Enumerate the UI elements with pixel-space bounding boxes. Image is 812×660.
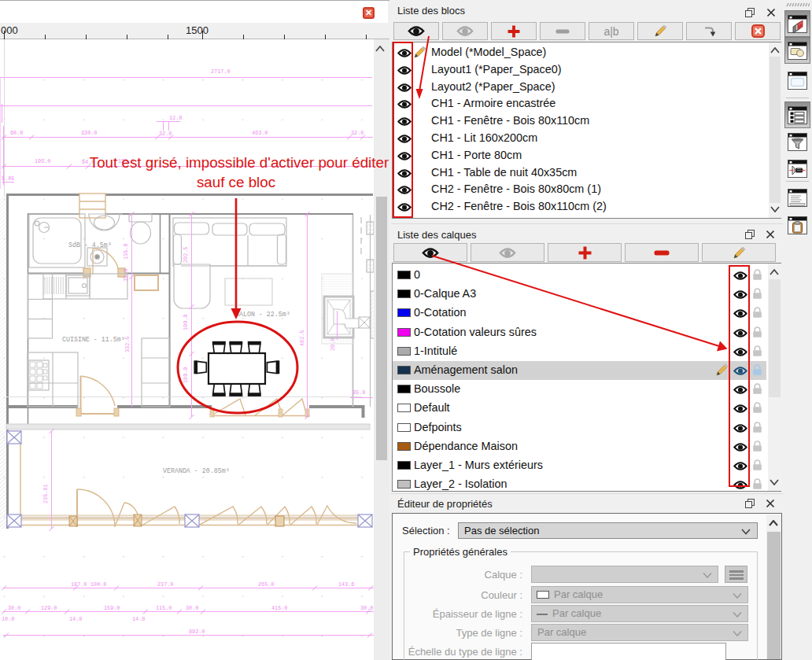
svg-text:SALON - 22.5m³: SALON - 22.5m³	[235, 311, 290, 318]
svg-text:135.0: 135.0	[123, 244, 129, 260]
svg-text:CUISINE - 11.5m³: CUISINE - 11.5m³	[62, 336, 125, 343]
svg-text:195.0: 195.0	[35, 158, 50, 164]
svg-text:892.0: 892.0	[189, 629, 205, 635]
svg-text:35.0: 35.0	[352, 389, 365, 396]
svg-text:14.0: 14.0	[69, 616, 82, 622]
svg-text:VERANDA - 20.85m³: VERANDA - 20.85m³	[163, 467, 230, 474]
svg-text:332.5: 332.5	[124, 337, 131, 352]
svg-text:5.05: 5.05	[2, 175, 14, 182]
svg-text:32.0: 32.0	[351, 130, 364, 136]
svg-text:20.0: 20.0	[330, 338, 336, 351]
svg-text:482.5: 482.5	[299, 330, 305, 346]
svg-text:30.0: 30.0	[186, 605, 198, 611]
svg-text:SdB - 4.5m³: SdB - 4.5m³	[68, 242, 112, 249]
svg-text:14.0: 14.0	[132, 616, 145, 622]
svg-text:330.0: 330.0	[81, 130, 97, 136]
svg-text:32.0: 32.0	[159, 131, 172, 137]
svg-text:64.0: 64.0	[82, 159, 94, 165]
svg-text:30.0: 30.0	[360, 605, 373, 611]
svg-text:463.0: 463.0	[252, 130, 268, 136]
svg-text:30.0: 30.0	[8, 605, 20, 611]
svg-text:10.0: 10.0	[2, 616, 14, 622]
svg-text:265.0: 265.0	[258, 581, 274, 588]
svg-text:12.0: 12.0	[169, 115, 182, 121]
svg-text:415.0: 415.0	[271, 605, 287, 611]
svg-text:2717.0: 2717.0	[211, 68, 230, 75]
svg-text:100.0: 100.0	[90, 581, 106, 588]
svg-text:143.6: 143.6	[338, 581, 354, 588]
svg-text:237.0: 237.0	[157, 581, 173, 588]
svg-text:60.0: 60.0	[10, 130, 23, 136]
svg-text:159.0: 159.0	[104, 605, 120, 611]
svg-text:187.0: 187.0	[71, 581, 87, 588]
svg-text:202.5: 202.5	[183, 247, 189, 263]
svg-text:180.0: 180.0	[183, 367, 189, 383]
svg-text:100.0: 100.0	[183, 315, 189, 330]
svg-text:115.0: 115.0	[156, 605, 172, 611]
svg-text:235.61: 235.61	[42, 485, 49, 503]
svg-text:195.0: 195.0	[118, 158, 134, 164]
svg-text:129.0: 129.0	[41, 605, 57, 611]
svg-text:15.0: 15.0	[123, 269, 129, 282]
